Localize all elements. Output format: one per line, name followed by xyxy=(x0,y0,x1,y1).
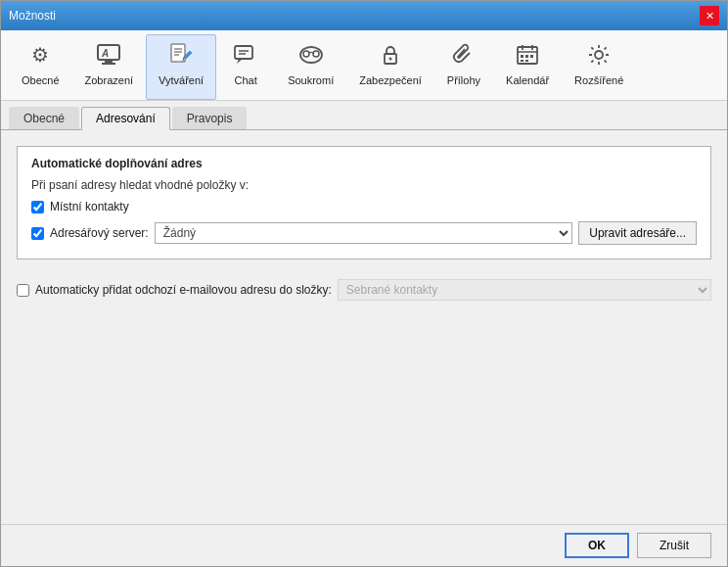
svg-rect-26 xyxy=(521,60,523,62)
toolbar-label-prilohy: Přílohy xyxy=(447,74,480,86)
content-area: Automatické doplňování adres Při psaní a… xyxy=(1,130,727,524)
toolbar-item-soukromi[interactable]: Soukromí xyxy=(275,34,346,100)
footer: OK Zrušit xyxy=(1,524,727,566)
svg-rect-25 xyxy=(530,55,533,58)
toolbar-label-zabezpeceni: Zabezpečení xyxy=(359,74,422,86)
title-bar: Možnosti ✕ xyxy=(1,1,727,30)
auto-complete-group: Automatické doplňování adres Při psaní a… xyxy=(17,146,711,260)
toolbar-label-kalendar: Kalendář xyxy=(506,74,549,86)
svg-text:A: A xyxy=(101,48,109,59)
address-server-row: Adresářový server: Žádný Upravit adresář… xyxy=(31,221,697,245)
toolbar-item-vytvareni[interactable]: Vytváření xyxy=(146,34,216,100)
svg-rect-10 xyxy=(235,46,252,59)
svg-rect-23 xyxy=(521,55,523,58)
attachment-icon xyxy=(448,39,479,71)
adresarovy-server-select[interactable]: Žádný xyxy=(155,222,573,244)
display-icon: A xyxy=(93,39,124,71)
toolbar-item-kalendar[interactable]: Kalendář xyxy=(493,34,562,100)
toolbar-item-prilohy[interactable]: Přílohy xyxy=(434,34,493,100)
close-button[interactable]: ✕ xyxy=(700,6,719,25)
mask-icon xyxy=(296,39,327,71)
tab-pravopis[interactable]: Pravopis xyxy=(172,107,248,129)
svg-rect-24 xyxy=(525,55,528,58)
auto-add-checkbox[interactable] xyxy=(17,284,29,297)
auto-add-row: Automaticky přidat odchozí e-mailovou ad… xyxy=(17,279,711,301)
toolbar-item-obecne[interactable]: Obecné xyxy=(9,34,72,100)
toolbar-item-zobrazeni[interactable]: A Zobrazení xyxy=(72,34,147,100)
group-title: Automatické doplňování adres xyxy=(31,157,697,170)
toolbar-item-chat[interactable]: Chat xyxy=(216,34,275,100)
svg-rect-4 xyxy=(171,44,185,62)
tab-bar: Obecné Adresování Pravopis xyxy=(1,101,727,130)
mistni-kontakty-checkbox[interactable] xyxy=(31,201,44,213)
tab-adresovani[interactable]: Adresování xyxy=(81,107,170,130)
zrusit-button[interactable]: Zrušit xyxy=(637,533,711,558)
toolbar-label-rozsirene: Rozšířené xyxy=(574,74,623,86)
group-subtitle: Při psaní adresy hledat vhodné položky v… xyxy=(31,178,697,192)
dialog-title: Možnosti xyxy=(9,9,56,23)
toolbar-label-chat: Chat xyxy=(235,74,257,86)
toolbar-label-vytvareni: Vytváření xyxy=(159,74,204,86)
toolbar-item-rozsirene[interactable]: Rozšířené xyxy=(562,34,636,100)
tab-obecne[interactable]: Obecné xyxy=(9,107,79,129)
upravit-adresare-button[interactable]: Upravit adresáře... xyxy=(578,221,697,245)
lock-icon xyxy=(375,39,406,71)
toolbar-item-zabezpeceni[interactable]: Zabezpečení xyxy=(346,34,434,100)
dialog-window: Možnosti ✕ Obecné A Zobrazení xyxy=(0,0,728,567)
edit-icon xyxy=(165,39,197,71)
svg-rect-27 xyxy=(525,60,528,62)
svg-point-18 xyxy=(389,58,392,61)
svg-point-28 xyxy=(595,51,603,59)
adresarovy-server-label[interactable]: Adresářový server: xyxy=(50,226,149,240)
mistni-kontakty-row: Místní kontakty xyxy=(31,200,697,213)
ok-button[interactable]: OK xyxy=(565,533,629,558)
svg-rect-1 xyxy=(105,60,113,63)
svg-rect-2 xyxy=(102,63,115,65)
mistni-kontakty-label[interactable]: Místní kontakty xyxy=(50,200,129,213)
toolbar-label-zobrazeni: Zobrazení xyxy=(85,74,134,86)
toolbar-label-soukromi: Soukromí xyxy=(288,74,334,86)
toolbar-label-obecne: Obecné xyxy=(22,74,60,86)
auto-add-label[interactable]: Automaticky přidat odchozí e-mailovou ad… xyxy=(35,283,332,297)
gear-icon xyxy=(24,39,56,71)
chat-icon xyxy=(230,39,261,71)
toolbar: Obecné A Zobrazení Vytváření xyxy=(1,30,727,101)
auto-add-select: Sebrané kontakty xyxy=(338,279,711,301)
settings-icon xyxy=(583,39,614,71)
calendar-icon xyxy=(512,39,543,71)
adresarovy-server-checkbox[interactable] xyxy=(31,227,44,240)
